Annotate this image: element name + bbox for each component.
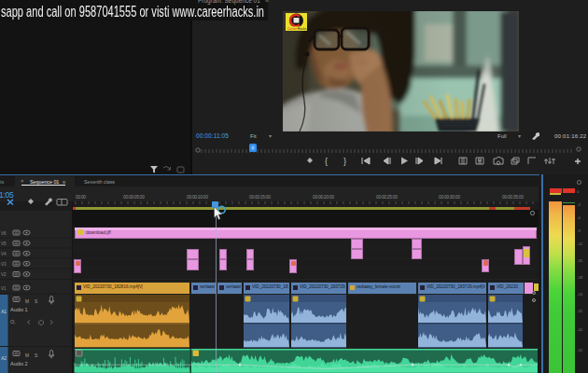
svg-text:M: M (25, 299, 29, 304)
svg-text:Audio 1: Audio 1 (10, 307, 28, 312)
svg-text:V1: V1 (1, 286, 7, 291)
svg-text:A1: A1 (1, 310, 7, 314)
svg-text:S: S (35, 353, 37, 358)
svg-text:Audio 2: Audio 2 (10, 361, 28, 366)
svg-text:V6: V6 (1, 231, 7, 236)
svg-text:V3: V3 (1, 262, 7, 267)
svg-text:M: M (25, 353, 29, 358)
svg-text:A2: A2 (1, 356, 7, 361)
svg-text:}: } (343, 157, 346, 166)
svg-text:V4: V4 (1, 252, 7, 256)
svg-text:CareerHacks: CareerHacks (287, 27, 307, 31)
svg-text:S: S (35, 299, 37, 304)
svg-text:V5: V5 (1, 242, 7, 246)
svg-text:{: { (325, 157, 328, 166)
svg-text:V2: V2 (1, 272, 7, 277)
svg-text:O,: O, (10, 319, 16, 325)
